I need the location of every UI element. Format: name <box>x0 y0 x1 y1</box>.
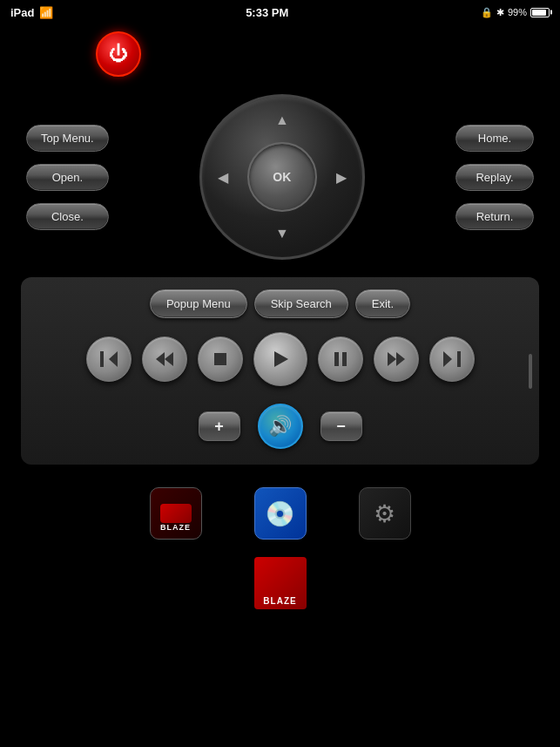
dpad-down-arrow[interactable]: ▼ <box>275 226 289 241</box>
pause-button[interactable] <box>318 336 363 382</box>
close-button[interactable]: Close. <box>26 203 109 230</box>
nav-section: Top Menu. Open. Close. ▲ ▼ ◀ ▶ OK Home. … <box>17 94 543 260</box>
volume-up-button[interactable]: + <box>199 411 240 441</box>
svg-marker-3 <box>156 352 165 366</box>
volume-row: + 🔊 − <box>35 404 525 449</box>
gear-icon: ⚙ <box>374 499 395 528</box>
open-button[interactable]: Open. <box>26 164 109 191</box>
svg-rect-1 <box>100 351 104 367</box>
right-nav-buttons: Home. Replay. Return. <box>455 125 534 230</box>
battery-icon <box>530 8 550 17</box>
speaker-icon: 🔊 <box>268 415 292 438</box>
play-button[interactable] <box>253 332 307 386</box>
blaze-bottom-text: BLAZE <box>263 596 296 606</box>
skip-search-button[interactable]: Skip Search <box>254 289 348 318</box>
return-button[interactable]: Return. <box>455 203 534 230</box>
status-right: 🔒 ✱ 99% <box>481 7 550 18</box>
power-section: ⏻ <box>17 31 543 77</box>
bluray-app-icon[interactable]: 💿 <box>254 487 307 540</box>
blaze-bottom-icon: BLAZE <box>254 557 307 609</box>
blaze-logo: BLAZE <box>160 504 192 523</box>
device-label: iPad <box>10 6 34 19</box>
dpad-container: ▲ ▼ ◀ ▶ OK <box>199 94 365 260</box>
dpad-up-arrow[interactable]: ▲ <box>275 112 289 128</box>
dpad-right-arrow[interactable]: ▶ <box>336 169 347 186</box>
status-left: iPad 📶 <box>10 6 53 19</box>
wifi-icon: 📶 <box>39 6 53 19</box>
bottom-panel: Popup Menu Skip Search Exit. <box>21 277 539 465</box>
battery-percent: 99% <box>508 7 527 17</box>
lock-icon: 🔒 <box>481 7 493 18</box>
prev-chapter-button[interactable] <box>86 336 132 382</box>
replay-button[interactable]: Replay. <box>455 164 534 191</box>
stop-button[interactable] <box>198 336 243 382</box>
bluetooth-icon: ✱ <box>496 7 504 18</box>
volume-down-button[interactable]: − <box>320 411 362 441</box>
clock: 5:33 PM <box>246 6 288 19</box>
ok-button[interactable]: OK <box>247 142 317 212</box>
blaze-app-icon[interactable]: BLAZE <box>150 487 202 540</box>
svg-marker-9 <box>396 352 405 366</box>
gear-app-icon[interactable]: ⚙ <box>359 487 411 540</box>
panel-scrollbar <box>529 354 532 389</box>
power-button[interactable]: ⏻ <box>96 31 141 77</box>
main-content: ⏻ Top Menu. Open. Close. ▲ ▼ ◀ ▶ OK Home… <box>0 24 560 618</box>
svg-rect-11 <box>457 351 461 367</box>
svg-marker-10 <box>443 351 452 367</box>
fast-forward-button[interactable] <box>374 336 419 382</box>
left-nav-buttons: Top Menu. Open. Close. <box>26 125 109 230</box>
svg-rect-7 <box>342 352 347 366</box>
bottom-logo: BLAZE <box>17 557 543 609</box>
top-menu-button[interactable]: Top Menu. <box>26 125 109 152</box>
status-bar: iPad 📶 5:33 PM 🔒 ✱ 99% <box>0 0 560 24</box>
transport-controls <box>35 332 525 386</box>
dpad-left-arrow[interactable]: ◀ <box>218 169 228 186</box>
svg-rect-6 <box>334 352 339 366</box>
home-button[interactable]: Home. <box>455 125 534 152</box>
svg-marker-0 <box>109 351 118 367</box>
svg-rect-4 <box>214 353 226 365</box>
popup-menu-button[interactable]: Popup Menu <box>150 289 247 318</box>
next-chapter-button[interactable] <box>429 336 475 382</box>
svg-marker-2 <box>165 352 173 366</box>
menu-row: Popup Menu Skip Search Exit. <box>35 289 525 318</box>
svg-marker-8 <box>388 352 396 366</box>
svg-marker-5 <box>274 351 288 367</box>
apps-row: BLAZE 💿 ⚙ <box>17 487 543 540</box>
mute-button[interactable]: 🔊 <box>258 404 303 449</box>
rewind-button[interactable] <box>142 336 187 382</box>
dpad: ▲ ▼ ◀ ▶ OK <box>199 94 365 260</box>
exit-button[interactable]: Exit. <box>355 289 410 318</box>
bluray-icon: 💿 <box>265 499 295 528</box>
